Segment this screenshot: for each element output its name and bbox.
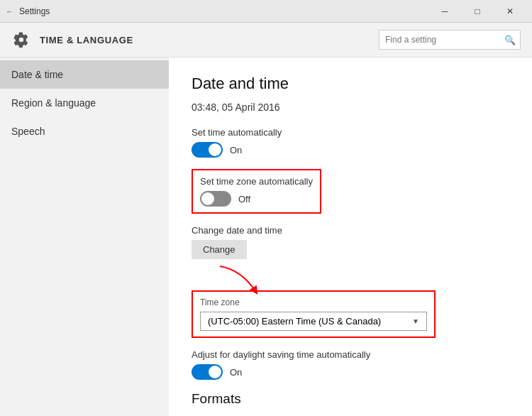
- sidebar-item-region-language[interactable]: Region & language: [0, 89, 169, 117]
- set-time-auto-toggle[interactable]: [192, 142, 223, 158]
- titlebar-title: Settings: [19, 6, 50, 16]
- sidebar: Date & time Region & language Speech: [0, 58, 169, 416]
- titlebar-controls: ─ □ ✕: [428, 0, 526, 23]
- set-time-auto-row: On: [192, 142, 509, 158]
- titlebar-left: ← Settings: [6, 6, 50, 16]
- change-button[interactable]: Change: [192, 240, 247, 259]
- page-title: Date and time: [192, 75, 509, 93]
- arrow-annotation: [213, 263, 270, 298]
- app-title: TIME & LANGUAGE: [40, 35, 133, 45]
- dst-toggle[interactable]: [192, 364, 223, 380]
- sidebar-item-speech[interactable]: Speech: [0, 117, 169, 146]
- top-section: TIME & LANGUAGE 🔍: [0, 23, 532, 58]
- timezone-select[interactable]: (UTC-05:00) Eastern Time (US & Canada) ▼: [200, 312, 427, 331]
- set-timezone-auto-toggle[interactable]: [200, 191, 231, 207]
- set-timezone-auto-label: Set time zone automatically: [200, 176, 313, 187]
- dst-row: On: [192, 364, 509, 380]
- header: TIME & LANGUAGE 🔍: [0, 23, 532, 58]
- content-area: Date and time 03:48, 05 April 2016 Set t…: [169, 58, 532, 416]
- search-icon: 🔍: [500, 35, 520, 45]
- set-timezone-auto-row: Off: [200, 191, 313, 207]
- main-layout: Date & time Region & language Speech Dat…: [0, 58, 532, 416]
- close-button[interactable]: ✕: [494, 0, 526, 23]
- back-button[interactable]: ←: [6, 7, 13, 16]
- change-date-label: Change date and time: [192, 225, 509, 236]
- search-input[interactable]: [379, 35, 500, 45]
- change-btn-container: Change: [192, 240, 509, 270]
- set-time-auto-label: Set time automatically: [192, 127, 509, 138]
- toggle-knob: [209, 143, 221, 156]
- timezone-auto-box: Set time zone automatically Off: [192, 169, 321, 214]
- dst-label: Adjust for daylight saving time automati…: [192, 349, 509, 360]
- gear-icon: [11, 30, 31, 50]
- dst-value: On: [230, 367, 242, 378]
- toggle-knob-off: [201, 192, 214, 205]
- minimize-button[interactable]: ─: [428, 0, 461, 23]
- titlebar: ← Settings ─ □ ✕: [0, 0, 532, 23]
- set-timezone-auto-value: Off: [238, 194, 250, 204]
- maximize-button[interactable]: □: [461, 0, 494, 23]
- dst-toggle-knob: [209, 366, 221, 378]
- current-time: 03:48, 05 April 2016: [192, 102, 509, 113]
- timezone-value: (UTC-05:00) Eastern Time (US & Canada): [208, 316, 381, 327]
- sidebar-item-date-time[interactable]: Date & time: [0, 60, 169, 89]
- timezone-label: Time zone: [200, 297, 427, 307]
- search-box[interactable]: 🔍: [379, 30, 521, 50]
- formats-title: Formats: [192, 391, 509, 407]
- set-time-auto-value: On: [230, 145, 242, 155]
- chevron-down-icon: ▼: [412, 317, 419, 325]
